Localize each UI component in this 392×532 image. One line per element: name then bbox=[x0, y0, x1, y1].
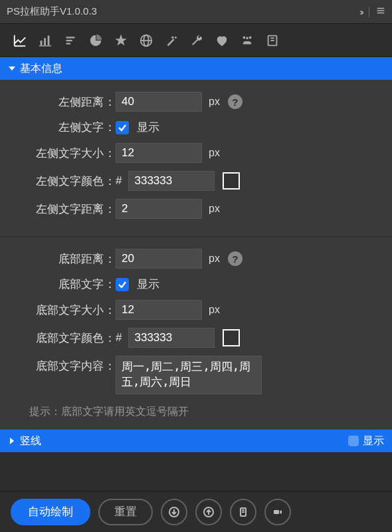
tool-line-chart-icon[interactable] bbox=[9, 30, 31, 51]
show-label: 显示 bbox=[137, 120, 159, 135]
toolbar bbox=[0, 24, 392, 57]
section-basic-title: 基本信息 bbox=[20, 62, 62, 76]
bottom-color-input[interactable] bbox=[128, 328, 215, 348]
download-button[interactable] bbox=[161, 499, 187, 525]
tool-heart-icon[interactable] bbox=[211, 30, 233, 51]
divider bbox=[369, 7, 369, 17]
content-scroll[interactable]: 基本信息 左侧距离 ： px ? 左侧文字 ： 显示 bbox=[0, 57, 392, 491]
left-gap-input[interactable] bbox=[116, 199, 202, 219]
tool-globe-icon[interactable] bbox=[136, 30, 157, 51]
left-gap-label: 左侧文字距离 bbox=[12, 201, 104, 217]
bottom-content-input[interactable] bbox=[116, 356, 262, 394]
left-color-input[interactable] bbox=[128, 171, 215, 191]
expand-icon[interactable]: ›› bbox=[359, 6, 362, 17]
bottom-content-label: 底部文字内容 bbox=[12, 356, 104, 374]
bottom-color-label: 底部文字颜色 bbox=[12, 331, 104, 346]
left-color-swatch[interactable] bbox=[223, 172, 240, 190]
chevron-down-icon bbox=[8, 65, 16, 72]
bottom-size-input[interactable] bbox=[116, 300, 202, 320]
bottom-color-swatch[interactable] bbox=[223, 329, 240, 346]
bottom-text-label: 底部文字 bbox=[12, 277, 104, 292]
svg-rect-5 bbox=[41, 41, 43, 45]
tool-star-icon[interactable] bbox=[110, 30, 132, 51]
tool-bar-chart-icon[interactable] bbox=[35, 30, 56, 51]
svg-rect-8 bbox=[39, 45, 51, 46]
left-size-label: 左侧文字大小 bbox=[12, 146, 104, 161]
unit-label: px bbox=[209, 96, 220, 108]
upload-button[interactable] bbox=[195, 499, 222, 525]
titlebar: PS拉框助手V1.0.0.3 ›› bbox=[0, 0, 392, 24]
svg-rect-7 bbox=[48, 35, 50, 45]
chevron-right-icon bbox=[8, 437, 16, 445]
tool-pie-icon[interactable] bbox=[85, 30, 106, 51]
vline-toggle-label: 显示 bbox=[363, 434, 384, 448]
reset-button[interactable]: 重置 bbox=[98, 499, 153, 525]
app-title: PS拉框助手V1.0.0.3 bbox=[7, 5, 359, 18]
help-icon[interactable]: ? bbox=[228, 251, 243, 266]
tool-wrench-icon[interactable] bbox=[186, 30, 207, 51]
left-color-label: 左侧文字颜色 bbox=[12, 174, 104, 189]
section-basic-header[interactable]: 基本信息 bbox=[0, 57, 392, 80]
section-basic-bottom: 底部距离 ： px ? 底部文字 ： 显示 底部文字大小 bbox=[0, 236, 392, 430]
svg-rect-25 bbox=[274, 510, 279, 514]
left-text-label: 左侧文字 bbox=[12, 120, 104, 135]
document-button[interactable] bbox=[230, 499, 256, 525]
bottom-distance-input[interactable] bbox=[116, 249, 202, 269]
auto-draw-button[interactable]: 自动绘制 bbox=[11, 499, 90, 525]
bottom-text-checkbox[interactable] bbox=[116, 278, 129, 291]
bottom-hint: 提示：底部文字请用英文逗号隔开 bbox=[12, 402, 380, 420]
tool-list-icon[interactable] bbox=[60, 30, 81, 51]
tool-magic-icon[interactable] bbox=[161, 30, 182, 51]
tool-book-icon[interactable] bbox=[262, 30, 283, 51]
bottom-distance-label: 底部距离 bbox=[12, 251, 104, 267]
video-button[interactable] bbox=[264, 499, 291, 525]
tool-pet-icon[interactable] bbox=[237, 30, 258, 51]
left-text-checkbox[interactable] bbox=[116, 121, 129, 134]
left-size-input[interactable] bbox=[116, 143, 202, 163]
section-vline-title: 竖线 bbox=[20, 434, 41, 448]
bottom-size-label: 底部文字大小 bbox=[12, 303, 104, 318]
footer: 自动绘制 重置 bbox=[0, 491, 392, 532]
svg-rect-6 bbox=[44, 38, 46, 45]
vline-toggle[interactable] bbox=[348, 436, 359, 446]
help-icon[interactable]: ? bbox=[228, 94, 243, 109]
section-basic-left: 左侧距离 ： px ? 左侧文字 ： 显示 左侧文字大小 bbox=[0, 80, 392, 236]
left-distance-input[interactable] bbox=[116, 92, 202, 112]
menu-icon[interactable] bbox=[376, 6, 385, 18]
left-distance-label: 左侧距离 bbox=[12, 94, 104, 110]
section-vline-header[interactable]: 竖线 显示 bbox=[0, 430, 392, 452]
